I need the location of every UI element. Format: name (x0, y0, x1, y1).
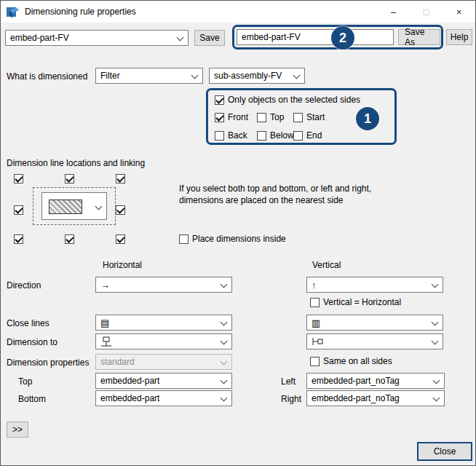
side-end-label: End (306, 130, 322, 141)
left-properties-combo[interactable]: embedded-part_noTag (306, 373, 445, 389)
chevron-down-icon (433, 377, 440, 384)
rule-name-value: embed-part-FV (242, 32, 301, 42)
location-mid-right-checkbox[interactable] (116, 205, 125, 215)
bottom-properties-value: embedded-part (100, 393, 159, 403)
side-back-checkbox[interactable] (215, 131, 224, 141)
chevron-down-icon (433, 395, 440, 402)
right-properties-combo[interactable]: embedded-part_noTag (306, 390, 445, 406)
location-mid-left-checkbox[interactable] (14, 205, 23, 215)
annotation-step-2: 2 (331, 26, 354, 50)
side-back-label: Back (228, 130, 247, 141)
rule-select-combo[interactable]: embed-part-FV (5, 30, 189, 46)
direction-horizontal-combo[interactable]: → (95, 277, 232, 293)
vertical-equals-row: Vertical = Horizontal (310, 297, 401, 307)
window-controls: – □ × (377, 1, 475, 23)
dimension-to-vertical-icon (312, 336, 325, 347)
side-start-row: Start (293, 112, 325, 122)
same-on-all-sides-row: Same on all sides (310, 356, 392, 366)
titlebar: Dimensioning rule properties – □ × (1, 1, 475, 23)
rule-select-value: embed-part-FV (10, 33, 69, 43)
location-top-right-checkbox[interactable] (116, 174, 125, 183)
place-dimensions-inside-checkbox[interactable] (179, 234, 189, 244)
location-top-center-checkbox[interactable] (65, 174, 74, 183)
what-dimensioned-label: What is dimensioned (7, 71, 87, 82)
close-lines-horizontal-combo[interactable]: ▤ (95, 315, 232, 331)
chevron-down-icon (177, 34, 184, 42)
close-lines-label: Close lines (7, 318, 49, 328)
side-top-label: Top (270, 112, 284, 122)
side-top-checkbox[interactable] (257, 113, 266, 122)
dimension-to-horizontal-icon (100, 336, 114, 347)
nearest-side-note: If you select both top and bottom, or le… (179, 183, 413, 206)
chevron-down-icon (221, 338, 228, 345)
linking-preview-combo[interactable] (41, 192, 107, 220)
location-bottom-left-checkbox[interactable] (14, 234, 23, 244)
left-row-label: Left (281, 376, 295, 387)
chevron-down-icon (191, 72, 199, 79)
same-on-all-sides-checkbox[interactable] (310, 357, 320, 366)
side-back-row: Back (215, 130, 247, 141)
close-lines-horizontal-icon: ▤ (100, 318, 109, 328)
dimensioning-rule-properties-dialog: Dimensioning rule properties – □ × embed… (0, 0, 476, 466)
side-end-checkbox[interactable] (293, 131, 303, 141)
direction-vertical-combo[interactable]: ↑ (306, 277, 443, 293)
side-start-checkbox[interactable] (293, 113, 303, 122)
vertical-equals-horizontal-checkbox[interactable] (310, 298, 320, 307)
bottom-properties-combo[interactable]: embedded-part (95, 390, 232, 406)
direction-label: Direction (7, 280, 41, 291)
side-below-label: Below (270, 130, 294, 141)
side-front-label: Front (228, 112, 248, 122)
chevron-down-icon (221, 358, 228, 366)
only-selected-sides-checkbox[interactable] (215, 95, 224, 105)
bottom-row-label: Bottom (18, 394, 46, 404)
side-front-checkbox[interactable] (215, 113, 224, 122)
filter-combo[interactable]: sub-assembly-FV (209, 68, 305, 84)
arrow-right-icon: → (100, 280, 110, 290)
annotation-step-1: 1 (356, 107, 379, 130)
chevron-down-icon (221, 319, 228, 326)
top-properties-combo[interactable]: embedded-part (95, 373, 232, 389)
chevron-down-icon (432, 281, 439, 288)
dimension-properties-combo: standard (95, 354, 232, 370)
dimension-properties-label: Dimension properties (7, 358, 89, 368)
chevron-down-icon (293, 72, 301, 79)
close-lines-vertical-combo[interactable]: ▥ (306, 315, 443, 331)
location-bottom-center-checkbox[interactable] (65, 234, 74, 244)
dimension-to-label: Dimension to (7, 337, 57, 347)
dimension-to-vertical-combo[interactable] (306, 333, 443, 350)
close-lines-vertical-icon: ▥ (312, 318, 320, 328)
only-selected-sides-row: Only objects on the selected sides (215, 95, 360, 105)
side-below-checkbox[interactable] (257, 131, 266, 141)
chevron-down-icon (432, 338, 439, 345)
close-window-button[interactable]: × (443, 1, 475, 23)
chevron-down-icon (221, 395, 228, 402)
vertical-column-header: Vertical (312, 260, 341, 270)
side-below-row: Below (257, 130, 294, 141)
maximize-button[interactable]: □ (410, 1, 443, 23)
dimension-properties-value: standard (100, 357, 135, 367)
expand-button[interactable]: >> (7, 422, 28, 438)
arrow-up-icon: ↑ (312, 280, 317, 290)
save-button[interactable]: Save (194, 30, 225, 46)
help-button[interactable]: Help (446, 29, 472, 45)
location-top-left-checkbox[interactable] (14, 174, 23, 183)
location-bottom-right-checkbox[interactable] (116, 234, 125, 244)
chevron-down-icon (95, 203, 103, 210)
hatched-part-icon (49, 200, 82, 214)
chevron-down-icon (432, 319, 439, 326)
right-row-label: Right (281, 394, 301, 404)
close-button[interactable]: Close (417, 442, 472, 461)
side-top-row: Top (257, 112, 284, 122)
save-as-button[interactable]: Save As (398, 29, 440, 45)
horizontal-column-header: Horizontal (103, 260, 142, 270)
same-on-all-sides-label: Same on all sides (323, 356, 392, 366)
place-inside-row: Place dimensions inside (179, 234, 286, 244)
rule-name-input[interactable]: embed-part-FV (237, 29, 394, 45)
dimension-to-horizontal-combo[interactable] (95, 333, 232, 350)
dimensioned-type-value: Filter (100, 71, 120, 81)
side-end-row: End (293, 130, 322, 141)
minimize-button[interactable]: – (377, 1, 410, 23)
side-front-row: Front (215, 112, 248, 122)
window-title: Dimensioning rule properties (25, 7, 136, 17)
dimensioned-type-combo[interactable]: Filter (95, 68, 203, 84)
